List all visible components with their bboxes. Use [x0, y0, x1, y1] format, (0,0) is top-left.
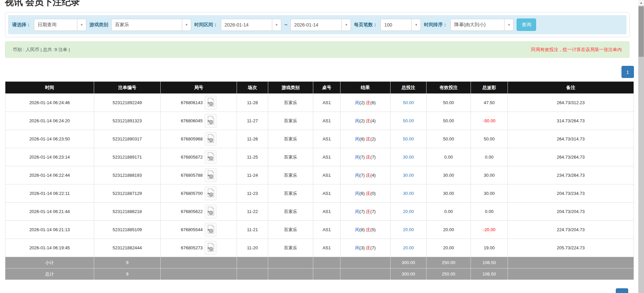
- row-round-id: 676805622: [181, 209, 203, 214]
- row-total-bet-link[interactable]: 30.00: [391, 166, 427, 184]
- page-1-button[interactable]: 1: [616, 288, 628, 293]
- video-icon: [207, 152, 214, 162]
- page-title: 视讯 会员下注纪录: [5, 0, 80, 7]
- video-replay-button[interactable]: [205, 205, 216, 218]
- row-valid-bet: 20.00: [427, 239, 471, 257]
- banker-result-label: 庄: [366, 118, 370, 123]
- date-range-tilde: ~: [284, 22, 287, 28]
- row-bet-id: 523121891323: [94, 112, 161, 130]
- scrollbar-thumb[interactable]: [639, 6, 644, 57]
- chevron-down-icon: ▼: [77, 19, 86, 31]
- row-bet-id: 523121888193: [94, 166, 161, 184]
- row-valid-bet: 30.00: [427, 184, 471, 203]
- row-bet-id: 523121886218: [94, 203, 161, 221]
- video-icon: [207, 170, 214, 180]
- col-bet-id: 注单编号: [94, 82, 161, 94]
- row-game-type: 百家乐: [268, 221, 313, 239]
- same-round-notice: 同局有效投注，统一计算在该局第一张注单内: [531, 47, 622, 53]
- total-label: 总计: [5, 268, 94, 280]
- scroll-up-icon[interactable]: ▲: [638, 0, 644, 6]
- player-result-label: 闲: [355, 100, 359, 105]
- chevron-down-icon: ▼: [504, 19, 513, 31]
- row-table-no: AS1: [313, 148, 340, 166]
- video-icon: [207, 207, 214, 217]
- row-valid-bet: 50.00: [427, 130, 471, 148]
- row-total-bet-link[interactable]: 50.00: [391, 94, 427, 112]
- row-payout: 47.50: [471, 94, 508, 112]
- video-replay-button[interactable]: [205, 132, 216, 146]
- row-result: 闲(2) 庄(4): [340, 112, 391, 130]
- video-replay-button[interactable]: [205, 168, 216, 182]
- sort-value: 降幂(由大到小): [451, 19, 504, 31]
- row-total-bet-link[interactable]: 50.00: [391, 130, 427, 148]
- row-session: 11-22: [237, 203, 268, 221]
- banker-result-score: (4): [370, 118, 376, 123]
- player-result-score: (2): [359, 100, 365, 105]
- date-to-select[interactable]: 2026-01-14 ▼: [290, 19, 351, 31]
- table-row: 2026-01-14 06:22:11 523121887129 6768057…: [5, 184, 634, 203]
- banker-result-label: 庄: [366, 100, 370, 105]
- row-table-no: AS1: [313, 112, 340, 130]
- row-round-id: 676806143: [181, 100, 203, 105]
- video-replay-button[interactable]: [205, 186, 216, 200]
- row-session: 11-20: [237, 239, 268, 257]
- row-game-type: 百家乐: [268, 94, 313, 112]
- row-remark: 234.73/264.73: [508, 166, 634, 184]
- total-total-bet: 300.00: [391, 268, 427, 280]
- col-game-type: 游戏类别: [268, 82, 313, 94]
- row-remark: 264.73/264.73: [508, 148, 634, 166]
- player-result-score: (7): [359, 155, 365, 160]
- player-result-score: (3): [359, 245, 365, 250]
- currency-total-text: 币别 : 人民币 | 总共 :9 注单 |: [13, 47, 70, 53]
- summary-bar: 币别 : 人民币 | 总共 :9 注单 | 同局有效投注，统一计算在该局第一张注…: [5, 41, 630, 58]
- subtotal-row: 小计 9 300.00 250.00 106.50: [5, 257, 634, 268]
- row-result: 闲(7) 庄(7): [340, 203, 391, 221]
- query-type-select[interactable]: 日期查询 ▼: [34, 19, 86, 31]
- row-result: 闲(8) 庄(2): [340, 130, 391, 148]
- total-valid-bet: 250.00: [427, 268, 471, 280]
- vertical-scrollbar[interactable]: ▲: [638, 0, 644, 293]
- banker-result-label: 庄: [366, 191, 370, 196]
- video-replay-button[interactable]: [205, 96, 216, 110]
- video-replay-button[interactable]: [205, 241, 216, 255]
- row-total-bet-link[interactable]: 50.00: [391, 112, 427, 130]
- row-bet-id: 523121890317: [94, 130, 161, 148]
- chevron-down-icon: ▼: [341, 19, 351, 31]
- query-type-value: 日期查询: [34, 19, 77, 31]
- row-table-no: AS1: [313, 239, 340, 257]
- subtotal-payout: 106.50: [471, 257, 508, 268]
- row-round: 676805872: [161, 148, 237, 166]
- row-remark: 314.73/264.73: [508, 112, 634, 130]
- video-icon: [207, 98, 214, 108]
- sort-select[interactable]: 降幂(由大到小) ▼: [450, 19, 514, 31]
- chevron-down-icon: ▼: [272, 19, 281, 31]
- video-icon: [207, 225, 214, 235]
- video-icon: [207, 243, 214, 253]
- row-result: 闲(7) 庄(7): [340, 148, 391, 166]
- row-time: 2026-01-14 06:22:11: [5, 184, 94, 203]
- bet-records-table: 时间 注单编号 局号 场次 游戏类别 桌号 结果 总投注 有效投注 总派彩 备注…: [5, 81, 634, 280]
- row-total-bet-link[interactable]: 30.00: [391, 148, 427, 166]
- page-size-select[interactable]: 100 ▼: [380, 19, 421, 31]
- row-total-bet-link[interactable]: 20.00: [391, 239, 427, 257]
- date-from-select[interactable]: 2026-01-14 ▼: [221, 19, 281, 31]
- row-total-bet-link[interactable]: 20.00: [391, 221, 427, 239]
- row-total-bet-link[interactable]: 20.00: [391, 203, 427, 221]
- row-table-no: AS1: [313, 203, 340, 221]
- game-type-select[interactable]: 百家乐 ▼: [111, 19, 191, 31]
- query-button[interactable]: 查询: [517, 18, 536, 31]
- video-replay-button[interactable]: [205, 150, 216, 164]
- row-total-bet-link[interactable]: 30.00: [391, 184, 427, 203]
- row-valid-bet: 0.00: [427, 148, 471, 166]
- time-range-label: 时间区间：: [194, 22, 218, 28]
- video-replay-button[interactable]: [205, 114, 216, 128]
- banker-result-score: (2): [370, 136, 376, 141]
- row-round: 676805544: [161, 221, 237, 239]
- subtotal-total-bet: 300.00: [391, 257, 427, 268]
- video-replay-button[interactable]: [205, 223, 216, 237]
- filter-panel: 请选择： 日期查询 ▼ 游戏类别 百家乐 ▼ 时间区间： 2026-01-14 …: [5, 12, 630, 37]
- page-1-button[interactable]: 1: [621, 66, 634, 78]
- row-game-type: 百家乐: [268, 184, 313, 203]
- row-valid-bet: 30.00: [427, 166, 471, 184]
- row-game-type: 百家乐: [268, 239, 313, 257]
